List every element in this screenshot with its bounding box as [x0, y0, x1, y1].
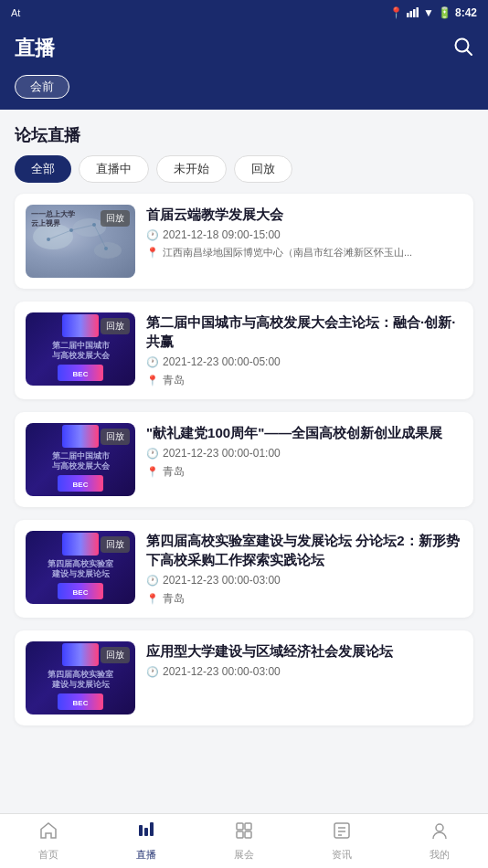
clock-icon: 🕐 [146, 356, 159, 368]
card-title: "献礼建党100周年"——全国高校创新创业成果展 [146, 423, 462, 442]
news-icon [332, 820, 352, 845]
list-item[interactable]: 一一总上大学云上视界 回放 首届云端教学发展大会 🕐 2021-12-18 09… [15, 194, 473, 289]
profile-icon [430, 820, 450, 845]
nav-profile-label: 我的 [430, 848, 450, 862]
status-bar-right: 📍 ▼ 🔋 8:42 [389, 6, 477, 20]
filter-live[interactable]: 直播中 [79, 155, 149, 183]
section-header: 论坛直播 [0, 110, 488, 155]
location-pin-icon: 📍 [146, 466, 159, 478]
svg-text:BEC: BEC [73, 481, 89, 489]
header: 直播 [0, 26, 488, 75]
subtab-before[interactable]: 会前 [15, 75, 69, 99]
nav-live[interactable]: 直播 [98, 814, 196, 868]
svg-text:BEC: BEC [73, 699, 89, 707]
replay-badge: 回放 [101, 536, 130, 553]
svg-rect-3 [417, 7, 419, 17]
card-title: 第二届中国城市与高校发展大会主论坛：融合·创新·共赢 [146, 312, 462, 351]
status-bar: At 📍 ▼ 🔋 8:42 [0, 0, 488, 26]
card-time: 🕐 2021-12-23 00:00-03:00 [146, 574, 462, 587]
nav-expo[interactable]: 展会 [196, 814, 293, 868]
svg-text:BEC: BEC [73, 370, 89, 378]
svg-rect-27 [237, 823, 243, 830]
card-location: 📍 江西南昌绿地国际博览中心（南昌市红谷滩新区怀玉山... [146, 246, 462, 259]
card-info: "献礼建党100周年"——全国高校创新创业成果展 🕐 2021-12-23 00… [146, 423, 462, 480]
svg-rect-24 [139, 825, 143, 836]
location-pin-icon: 📍 [146, 593, 159, 605]
svg-text:BEC: BEC [73, 588, 89, 597]
card-thumbnail: 第四届高校实验室建设与发展论坛 BEC [26, 531, 135, 604]
live-icon [136, 820, 156, 845]
expo-icon [234, 820, 254, 845]
clock-icon: 🕐 [146, 575, 159, 587]
svg-rect-29 [237, 831, 243, 838]
status-bar-left: At [11, 7, 20, 18]
list-item[interactable]: 第四届高校实验室建设与发展论坛 BEC [15, 520, 473, 618]
card-location: 📍 青岛 [146, 373, 462, 388]
filter-tabs: 全部 直播中 未开始 回放 [0, 155, 488, 194]
nav-home[interactable]: 首页 [0, 814, 98, 868]
battery-icon: 🔋 [438, 6, 451, 19]
replay-badge: 回放 [101, 210, 130, 227]
subtab-bar: 会前 [0, 75, 488, 110]
svg-rect-26 [150, 822, 154, 836]
svg-rect-25 [144, 828, 148, 836]
content-list: 一一总上大学云上视界 回放 首届云端教学发展大会 🕐 2021-12-18 09… [0, 194, 488, 738]
search-button[interactable] [453, 37, 473, 61]
clock-icon: 🕐 [146, 229, 159, 241]
svg-point-35 [436, 824, 443, 831]
nav-profile[interactable]: 我的 [390, 814, 488, 868]
nav-expo-label: 展会 [234, 848, 254, 862]
card-thumbnail: 一一总上大学云上视界 回放 [26, 205, 135, 278]
nav-news-label: 资讯 [332, 848, 352, 862]
svg-point-8 [94, 242, 122, 259]
svg-rect-0 [407, 13, 409, 17]
page-title: 直播 [15, 35, 55, 62]
list-item[interactable]: 第二届中国城市与高校发展大会 BEC [15, 302, 473, 399]
nav-live-label: 直播 [136, 848, 156, 862]
location-pin-icon: 📍 [146, 247, 159, 259]
card-info: 首届云端教学发展大会 🕐 2021-12-18 09:00-15:00 📍 江西… [146, 205, 462, 259]
list-item[interactable]: 第四届高校实验室建设与发展论坛 BEC [15, 630, 473, 725]
card-time: 🕐 2021-12-18 09:00-15:00 [146, 228, 462, 241]
svg-rect-1 [410, 11, 413, 17]
clock-icon: 🕐 [146, 448, 159, 460]
card-thumbnail: 第二届中国城市与高校发展大会 BEC [26, 312, 135, 386]
card-time: 🕐 2021-12-23 00:00-03:00 [146, 665, 462, 678]
card-thumbnail: 第四届高校实验室建设与发展论坛 BEC [26, 641, 135, 715]
nav-news[interactable]: 资讯 [292, 814, 390, 868]
card-thumbnail: 第二届中国城市与高校发展大会 BEC [26, 423, 135, 496]
wifi-icon: ▼ [423, 6, 434, 19]
svg-rect-28 [245, 823, 251, 830]
time-display: 8:42 [455, 6, 477, 19]
bottom-nav: 首页 直播 展会 [0, 813, 488, 868]
home-icon [38, 820, 58, 845]
nav-home-label: 首页 [38, 848, 58, 862]
location-pin-icon: 📍 [146, 375, 159, 386]
card-time: 🕐 2021-12-23 00:00-01:00 [146, 447, 462, 460]
svg-line-5 [467, 49, 472, 55]
svg-rect-2 [413, 9, 416, 17]
list-item[interactable]: 第二届中国城市与高校发展大会 BEC [15, 412, 473, 507]
filter-replay[interactable]: 回放 [234, 155, 292, 183]
replay-badge: 回放 [101, 429, 130, 445]
app-icon: At [11, 7, 20, 18]
location-icon: 📍 [389, 6, 403, 19]
card-info: 第二届中国城市与高校发展大会主论坛：融合·创新·共赢 🕐 2021-12-23 … [146, 312, 462, 388]
filter-all[interactable]: 全部 [15, 155, 71, 183]
card-title: 第四届高校实验室建设与发展论坛 分论坛2：新形势下高校采购工作探索实践论坛 [146, 531, 462, 569]
svg-rect-30 [245, 831, 251, 838]
card-title: 应用型大学建设与区域经济社会发展论坛 [146, 641, 462, 661]
card-info: 应用型大学建设与区域经济社会发展论坛 🕐 2021-12-23 00:00-03… [146, 641, 462, 678]
signal-icon [407, 6, 419, 20]
filter-upcoming[interactable]: 未开始 [156, 155, 227, 183]
card-location: 📍 青岛 [146, 591, 462, 607]
section-title: 论坛直播 [15, 126, 80, 144]
replay-badge: 回放 [101, 647, 130, 663]
card-location: 📍 青岛 [146, 464, 462, 480]
card-info: 第四届高校实验室建设与发展论坛 分论坛2：新形势下高校采购工作探索实践论坛 🕐 … [146, 531, 462, 607]
card-title: 首届云端教学发展大会 [146, 205, 462, 224]
replay-badge: 回放 [101, 318, 130, 334]
card-time: 🕐 2021-12-23 00:00-05:00 [146, 355, 462, 368]
clock-icon: 🕐 [146, 666, 159, 678]
